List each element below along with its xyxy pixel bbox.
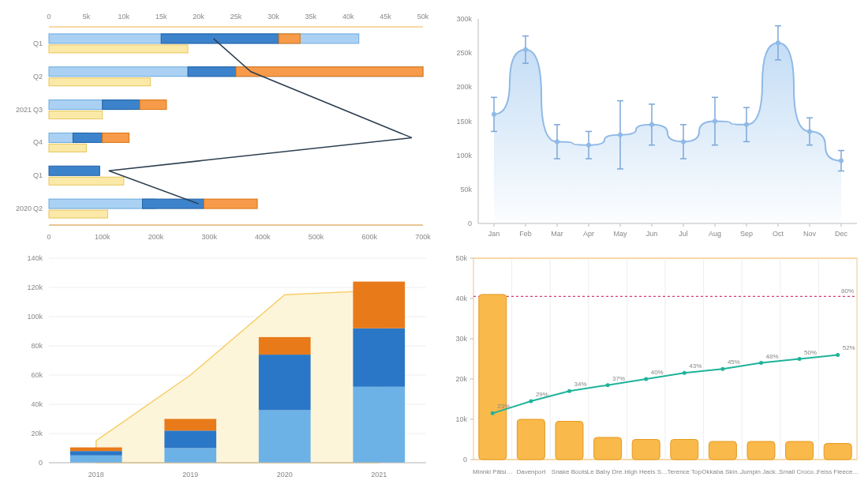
svg-text:100k: 100k	[95, 233, 110, 241]
svg-rect-210	[786, 441, 814, 460]
svg-rect-157	[70, 448, 122, 452]
svg-text:Jan: Jan	[488, 230, 500, 238]
svg-text:Snake Boots: Snake Boots	[552, 468, 587, 475]
svg-rect-30	[236, 67, 423, 77]
svg-text:Oct: Oct	[773, 230, 784, 238]
svg-text:52%: 52%	[843, 344, 855, 351]
svg-text:50k: 50k	[460, 186, 472, 193]
svg-rect-41	[103, 133, 129, 142]
svg-text:50%: 50%	[804, 349, 817, 356]
svg-point-130	[807, 129, 812, 133]
svg-rect-37	[49, 111, 103, 119]
svg-text:120k: 120k	[27, 283, 43, 291]
svg-rect-29	[188, 67, 236, 77]
svg-text:Okkaba Skin…: Okkaba Skin…	[702, 468, 743, 475]
svg-rect-198	[556, 422, 583, 460]
svg-text:0: 0	[463, 456, 467, 464]
svg-rect-156	[70, 451, 122, 456]
svg-text:40k: 40k	[31, 400, 43, 408]
svg-text:300k: 300k	[456, 15, 472, 23]
svg-text:500k: 500k	[309, 233, 324, 241]
svg-text:Jul: Jul	[679, 230, 688, 238]
svg-text:May: May	[613, 230, 627, 238]
svg-text:30k: 30k	[268, 13, 279, 21]
svg-point-218	[567, 389, 571, 393]
svg-text:37%: 37%	[612, 375, 625, 382]
svg-text:Q1: Q1	[33, 171, 43, 179]
svg-text:High Heels S…: High Heels S…	[624, 468, 668, 475]
svg-rect-200	[594, 437, 622, 460]
svg-rect-47	[49, 177, 124, 185]
svg-text:Mar: Mar	[551, 230, 563, 238]
svg-text:15k: 15k	[155, 13, 167, 21]
svg-rect-208	[747, 441, 775, 460]
svg-rect-53	[49, 210, 107, 218]
svg-text:10k: 10k	[455, 415, 467, 423]
svg-rect-212	[824, 444, 851, 460]
svg-text:2019: 2019	[182, 471, 198, 479]
svg-text:50k: 50k	[417, 13, 429, 21]
svg-text:40k: 40k	[342, 13, 354, 21]
svg-text:400k: 400k	[255, 233, 271, 241]
svg-point-94	[523, 47, 528, 52]
svg-text:80%: 80%	[841, 287, 854, 295]
svg-text:Minnki Pälsi…: Minnki Pälsi…	[473, 468, 513, 475]
svg-point-224	[683, 371, 687, 375]
svg-point-102	[586, 143, 591, 148]
svg-point-222	[644, 377, 648, 381]
svg-point-110	[649, 122, 654, 127]
svg-text:Terence Top: Terence Top	[668, 468, 702, 475]
svg-point-226	[720, 367, 724, 371]
svg-text:Q4: Q4	[33, 138, 43, 146]
svg-text:Davenport: Davenport	[516, 468, 546, 475]
svg-rect-42	[49, 144, 86, 152]
svg-rect-196	[517, 419, 544, 460]
svg-rect-36	[140, 100, 166, 110]
svg-text:Dec: Dec	[835, 230, 848, 238]
svg-text:0: 0	[47, 13, 51, 21]
svg-text:30k: 30k	[455, 335, 467, 343]
svg-text:Small Croco…: Small Croco…	[779, 468, 820, 475]
svg-text:25k: 25k	[230, 13, 242, 21]
svg-text:Jun: Jun	[646, 230, 658, 238]
svg-text:Q2: Q2	[33, 73, 43, 81]
svg-text:200k: 200k	[456, 83, 472, 91]
svg-text:0: 0	[468, 220, 472, 227]
svg-rect-165	[353, 328, 405, 387]
svg-point-230	[798, 357, 802, 361]
svg-text:43%: 43%	[689, 362, 702, 370]
svg-text:Jumpin Jack…: Jumpin Jack…	[740, 468, 781, 475]
svg-text:Q1: Q1	[33, 39, 43, 47]
svg-text:Sep: Sep	[740, 230, 753, 238]
svg-text:2020: 2020	[277, 471, 293, 479]
svg-text:2021: 2021	[16, 106, 32, 114]
svg-rect-202	[632, 440, 660, 460]
svg-text:60k: 60k	[31, 371, 43, 379]
svg-text:140k: 140k	[27, 254, 43, 262]
svg-text:Le Baby Dre…: Le Baby Dre…	[587, 468, 628, 475]
svg-point-106	[618, 133, 623, 137]
svg-rect-206	[709, 441, 736, 460]
svg-text:40%: 40%	[651, 369, 664, 376]
chart-top-left: 05k10k15k20k25k30k35k40k45k50k0100k200k3…	[9, 9, 434, 242]
svg-text:20k: 20k	[455, 375, 467, 383]
svg-text:100k: 100k	[27, 313, 43, 321]
svg-text:Q2: Q2	[33, 205, 43, 212]
svg-rect-25	[279, 34, 300, 43]
svg-text:Q3: Q3	[33, 106, 43, 114]
svg-rect-35	[103, 100, 140, 110]
svg-text:600k: 600k	[362, 233, 378, 241]
svg-rect-158	[164, 449, 216, 464]
svg-rect-24	[161, 34, 279, 43]
svg-text:5k: 5k	[83, 13, 91, 21]
svg-rect-50	[49, 199, 155, 208]
svg-rect-163	[259, 337, 311, 355]
svg-rect-166	[353, 282, 405, 328]
svg-point-90	[492, 112, 496, 117]
svg-text:0: 0	[39, 459, 43, 467]
svg-text:40k: 40k	[455, 295, 467, 302]
svg-text:80k: 80k	[31, 342, 43, 350]
svg-point-216	[529, 400, 533, 404]
svg-text:150k: 150k	[456, 118, 472, 126]
svg-text:20k: 20k	[193, 13, 204, 21]
